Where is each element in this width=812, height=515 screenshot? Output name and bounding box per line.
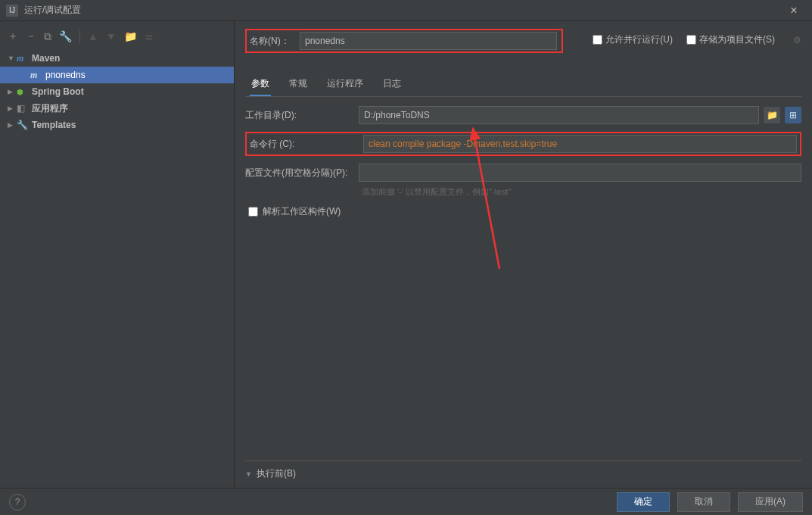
- gear-icon[interactable]: ⚙: [793, 35, 801, 45]
- copy-icon[interactable]: ⧉: [44, 30, 51, 43]
- tab-params[interactable]: 参数: [250, 73, 271, 96]
- tree-label: Templates: [32, 120, 76, 130]
- workdir-input[interactable]: [359, 106, 759, 124]
- chevron-right-icon: ▶: [8, 88, 17, 95]
- close-icon[interactable]: ×: [782, 0, 806, 21]
- workdir-label: 工作目录(D):: [245, 109, 359, 122]
- chevron-down-icon[interactable]: ▼: [245, 470, 252, 478]
- tree-node-spring[interactable]: ▶ ⬢ Spring Boot: [0, 83, 234, 100]
- wrench-icon: 🔧: [17, 120, 29, 130]
- tab-general[interactable]: 常规: [288, 73, 309, 96]
- config-toolbar: ＋ － ⧉ 🔧 ▲ ▼ 📁 ≣: [0, 26, 234, 47]
- tab-logs[interactable]: 日志: [381, 73, 403, 96]
- profiles-label: 配置文件(用空格分隔)(P):: [245, 167, 359, 179]
- folder-icon[interactable]: 📁: [124, 30, 137, 42]
- sort-icon[interactable]: ≣: [145, 30, 154, 42]
- tab-runner[interactable]: 运行程序: [325, 73, 365, 96]
- ok-button[interactable]: 确定: [617, 492, 670, 512]
- before-run-label: 执行前(B): [257, 467, 296, 480]
- store-project-label: 存储为项目文件(S): [699, 33, 775, 46]
- wrench-icon[interactable]: 🔧: [59, 30, 72, 42]
- store-project-checkbox[interactable]: 存储为项目文件(S): [686, 33, 775, 46]
- browse-icon[interactable]: 📁: [764, 107, 780, 123]
- maven-icon: m: [17, 53, 29, 64]
- help-icon[interactable]: ?: [9, 494, 26, 510]
- resolve-workspace-checkbox[interactable]: [248, 207, 258, 217]
- add-icon[interactable]: ＋: [8, 30, 18, 43]
- application-icon: ◧: [17, 103, 29, 114]
- profiles-hint: 添加前缀 '-' 以禁用配置文件，例如"-test": [245, 186, 801, 198]
- chevron-right-icon: ▶: [8, 121, 17, 129]
- profiles-input[interactable]: [359, 164, 801, 182]
- insert-path-icon[interactable]: ⊞: [785, 107, 801, 123]
- tree-node-templates[interactable]: ▶ 🔧 Templates: [0, 117, 234, 133]
- separator: [79, 30, 80, 42]
- chevron-down-icon: ▼: [8, 55, 17, 62]
- maven-icon: m: [30, 70, 42, 81]
- window-title: 运行/调试配置: [24, 4, 81, 17]
- allow-parallel-label: 允许并行运行(U): [605, 33, 673, 46]
- command-input[interactable]: [363, 135, 797, 153]
- tree-node-app[interactable]: ▶ ◧ 应用程序: [0, 100, 234, 117]
- spring-icon: ⬢: [17, 88, 29, 96]
- app-icon: IJ: [6, 5, 18, 17]
- up-icon[interactable]: ▲: [88, 30, 98, 42]
- tree-label: Maven: [32, 53, 60, 64]
- name-label: 名称(N)：: [250, 35, 292, 48]
- apply-button[interactable]: 应用(A): [738, 492, 803, 512]
- down-icon[interactable]: ▼: [106, 30, 117, 42]
- tree-label: Spring Boot: [32, 86, 84, 97]
- command-label: 命令行 (C):: [250, 138, 363, 151]
- tree-label: 应用程序: [32, 102, 68, 115]
- tree-label: pnonedns: [45, 70, 86, 80]
- name-input[interactable]: [300, 32, 557, 50]
- remove-icon[interactable]: －: [26, 30, 36, 43]
- resolve-workspace-label: 解析工作区构件(W): [263, 205, 341, 218]
- chevron-right-icon: ▶: [8, 105, 17, 112]
- cancel-button[interactable]: 取消: [677, 492, 730, 512]
- tree-node-config[interactable]: m pnonedns: [0, 67, 234, 83]
- tree-node-maven[interactable]: ▼ m Maven: [0, 50, 234, 67]
- allow-parallel-checkbox[interactable]: 允许并行运行(U): [593, 33, 673, 46]
